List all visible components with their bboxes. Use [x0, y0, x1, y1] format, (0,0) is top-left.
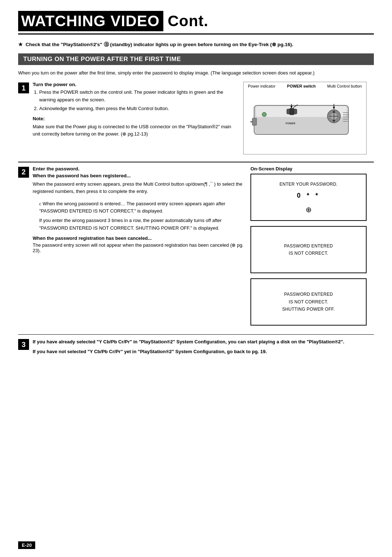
divider1: [18, 162, 374, 162]
step1-left: 1 Turn the power on. Press the POWER swi…: [18, 82, 243, 158]
page-title-row: WATCHING VIDEO Cont.: [18, 11, 374, 35]
pw-reg-cancelled: When the password registration has been …: [33, 235, 244, 253]
step1-num: 1: [18, 82, 29, 93]
step1-item2: Acknowledge the warning, then press the …: [39, 105, 237, 112]
osd3-text: PASSWORD ENTERED IS NOT CORRECT. SHUTTIN…: [282, 291, 335, 313]
step2-title: Enter the password.: [33, 166, 244, 171]
step2-subtitle: When the password has been registered...: [33, 173, 244, 178]
step3-content: If you have already selected "Y Cb/Pb Cr…: [33, 338, 344, 357]
step3-line2: If you have not selected "Y Cb/Pb Cr/Pr"…: [33, 348, 344, 356]
step2-right-col: On-Screen Display ENTER YOUR PASSWORD. 0…: [250, 166, 374, 331]
title-cont: Cont.: [163, 12, 208, 30]
diagram-labels: Power indicator POWER switch Multi Contr…: [244, 82, 366, 89]
svg-rect-4: [290, 108, 294, 115]
step1-content: Turn the power on. Press the POWER switc…: [33, 82, 237, 138]
step3-line1: If you have already selected "Y Cb/Pb Cr…: [33, 338, 344, 346]
note-text: Make sure that the Power plug is connect…: [33, 123, 237, 138]
step1-title: Turn the power on.: [33, 82, 237, 87]
page-footer: E-20: [18, 541, 374, 549]
osd2-text: PASSWORD ENTERED IS NOT CORRECT.: [284, 242, 333, 257]
step1-block: 1 Turn the power on. Press the POWER swi…: [18, 82, 237, 138]
osd-box-1: ENTER YOUR PASSWORD. 0 * * ⊕: [250, 174, 367, 221]
osd1-chars: 0 * *: [297, 192, 320, 199]
wrong-pw-intro: c When the wrong password is entered… Th…: [39, 200, 244, 215]
osd1-line1: ENTER YOUR PASSWORD.: [279, 181, 338, 188]
device-body: POWER: [244, 89, 366, 154]
intro-note: ★ Check that the "PlayStation®2's" Ⓑ (st…: [18, 41, 374, 48]
osd-box-2: PASSWORD ENTERED IS NOT CORRECT.: [250, 226, 367, 273]
device-diagram: Power indicator POWER switch Multi Contr…: [243, 82, 367, 154]
wrong-pw-3times: If you enter the wrong password 3 times …: [39, 217, 244, 231]
step1-body: Press the POWER switch on the control un…: [33, 89, 237, 138]
osd1-joystick: ⊕: [306, 205, 312, 214]
footer-badge: E-20: [18, 541, 35, 549]
diagram-label-power-switch: POWER switch: [287, 84, 316, 89]
wrong-pw-block: c When the wrong password is entered… Th…: [39, 200, 244, 232]
step1-row: 1 Turn the power on. Press the POWER swi…: [18, 82, 374, 158]
diagram-label-multi-control: Multi Control button: [327, 84, 362, 89]
page: WATCHING VIDEO Cont. ★ Check that the "P…: [0, 0, 392, 557]
osd-box-3: PASSWORD ENTERED IS NOT CORRECT. SHUTTIN…: [250, 278, 367, 326]
divider2: [18, 334, 374, 335]
device-svg: POWER: [250, 98, 359, 145]
step1-right: Power indicator POWER switch Multi Contr…: [243, 82, 374, 158]
step2-body: When the password entry screen appears, …: [33, 181, 244, 195]
intro-note-text: ★ Check that the "PlayStation®2's" Ⓑ (st…: [18, 42, 293, 47]
section-heading: TURNING ON THE POWER AFTER THE FIRST TIM…: [18, 53, 374, 65]
section-intro: When you turn on the power after the fir…: [18, 69, 374, 77]
step3-num: 3: [18, 339, 29, 350]
svg-point-2: [262, 112, 266, 117]
note-label: Note:: [33, 115, 237, 122]
pw-reg-cancelled-heading: When the password registration has been …: [33, 235, 244, 241]
step2-row: 2 Enter the password. When the password …: [18, 166, 374, 331]
svg-rect-17: [252, 118, 257, 125]
title-bar: WATCHING VIDEO: [18, 11, 163, 31]
step1-item1: Press the POWER switch on the control un…: [39, 89, 237, 103]
step2-block: Enter the password. When the password ha…: [33, 166, 374, 331]
step3-row: 3 If you have already selected "Y Cb/Pb …: [18, 338, 374, 357]
step2-num: 2: [18, 167, 29, 178]
osd-label: On-Screen Display: [250, 166, 374, 171]
diagram-label-power-indicator: Power indicator: [248, 84, 275, 89]
step2-left: Enter the password. When the password ha…: [33, 166, 244, 253]
svg-text:POWER: POWER: [286, 122, 295, 125]
pw-reg-cancelled-body: The password entry screen will not appea…: [33, 242, 244, 253]
